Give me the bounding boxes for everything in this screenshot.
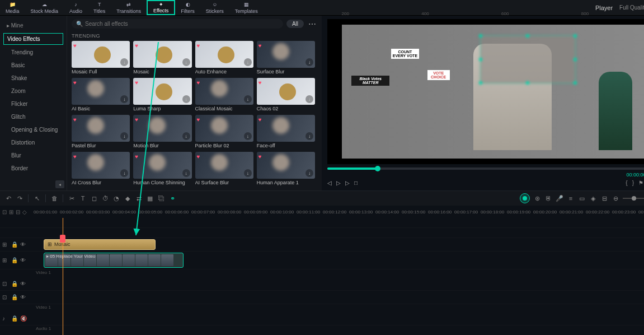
download-icon[interactable]: ↓ (182, 169, 190, 177)
shield-icon[interactable]: ⛨ (544, 194, 552, 202)
track-type-icon[interactable]: ⊡ (2, 294, 9, 300)
redo-button[interactable]: ↷ (16, 194, 23, 202)
download-icon[interactable]: ↓ (244, 132, 252, 140)
keyframe-tool[interactable]: ◆ (124, 194, 131, 202)
heart-icon[interactable]: ♥ (197, 80, 204, 86)
mixer-icon[interactable]: ≡ (567, 194, 575, 202)
effect-card-ai-cross-blur[interactable]: ♥↓AI Cross Blur (72, 152, 130, 185)
track-lock-icon[interactable]: 🔒 (11, 281, 18, 287)
crop-tool[interactable]: ◻ (90, 194, 98, 202)
effect-thumb[interactable]: ♥↓ (195, 115, 253, 142)
track-eye-icon[interactable]: 👁 (20, 294, 27, 300)
sidebar-item-flicker[interactable]: Flicker (0, 97, 67, 110)
heart-icon[interactable]: ♥ (197, 153, 204, 160)
zoom-out-button[interactable]: ⊖ (612, 194, 619, 202)
effect-thumb[interactable]: ♥↓ (72, 41, 130, 68)
download-icon[interactable]: ↓ (244, 95, 252, 103)
sidebar-mine[interactable]: ▸ Mine (0, 19, 67, 32)
speed-tool[interactable]: ⏱ (101, 194, 109, 202)
undo-button[interactable]: ↶ (4, 194, 12, 202)
download-icon[interactable]: ↓ (120, 58, 128, 66)
render-button[interactable]: ⊛ (533, 194, 541, 202)
top-tab-audio[interactable]: ♪Audio (64, 0, 88, 15)
effect-card-auto-enhance[interactable]: ♥↓Auto Enhance (195, 41, 253, 75)
download-icon[interactable]: ↓ (120, 169, 128, 177)
link-tool[interactable]: ⚭ (168, 194, 176, 202)
heart-icon[interactable]: ♥ (258, 80, 265, 86)
heart-icon[interactable]: ♥ (135, 117, 142, 123)
bracket-open-icon[interactable]: { (626, 180, 627, 186)
track-lock-icon[interactable]: 🔒 (11, 294, 18, 300)
track-eye-icon[interactable]: 👁 (20, 241, 27, 248)
track-lock-icon[interactable]: 🔒 (11, 315, 18, 322)
sidebar-video-effects[interactable]: Video Effects (3, 33, 63, 45)
top-tab-templates[interactable]: ▦Templates (229, 0, 264, 15)
preview-viewport[interactable]: 2004006008001000 COUNT EVERY VOTE Black … (327, 19, 644, 164)
video-clip[interactable]: ▸ 05 Replace Your Video (44, 253, 184, 268)
track-vis-icon[interactable]: ⊞ (9, 209, 13, 215)
effect-card-surface-blur[interactable]: ♥↓Surface Blur (257, 41, 315, 75)
screen-icon[interactable]: ▭ (578, 194, 586, 202)
top-tab-effects[interactable]: ✦Effects (147, 0, 175, 15)
heart-icon[interactable]: ♥ (135, 153, 142, 160)
effect-card-particle-blur-02[interactable]: ♥↓Particle Blur 02 (195, 115, 253, 148)
timeline-ruler[interactable]: ⊡ ⊞ ⊟ ◇ 00:00:01:0000:00:02:0000:00:03:0… (0, 206, 644, 218)
audio-track-icon[interactable]: ♪ (2, 315, 9, 322)
mic-icon[interactable]: 🎤 (556, 194, 563, 202)
download-icon[interactable]: ↓ (305, 169, 313, 177)
effect-card-human-apparate-1[interactable]: ♥↓Human Apparate 1 (257, 152, 315, 185)
player-progress[interactable] (327, 168, 644, 170)
mosaic-selection-box[interactable] (480, 35, 576, 83)
effect-thumb[interactable]: ♥↓ (257, 78, 315, 105)
effect-card-ai-basic[interactable]: ♥↓AI Basic (72, 78, 130, 111)
effect-card-mosaic-full[interactable]: ♥↓Mosaic Full (72, 41, 130, 75)
mask-tool[interactable]: ▦ (146, 194, 154, 202)
top-tab-stickers[interactable]: ☺Stickers (200, 0, 229, 15)
top-tab-stock-media[interactable]: ☁Stock Media (25, 0, 64, 15)
effect-card-face-off[interactable]: ♥↓Face-off (257, 115, 315, 148)
heart-icon[interactable]: ♥ (73, 80, 80, 86)
heart-icon[interactable]: ♥ (73, 117, 80, 123)
track-mute-icon[interactable]: ⊟ (16, 209, 20, 215)
effect-card-human-clone-shinning[interactable]: ♥↓Human Clone Shinning (133, 152, 191, 185)
play-button[interactable]: ▷ (336, 180, 341, 186)
effect-thumb[interactable]: ♥↓ (133, 115, 191, 142)
marker-add-icon[interactable]: ◈ (589, 194, 597, 202)
snap-icon[interactable]: ⊟ (600, 194, 608, 202)
track-mute-icon[interactable]: 🔇 (20, 315, 27, 322)
effect-card-mosaic[interactable]: ♥↓Mosaic (133, 41, 191, 75)
track-eye-icon[interactable]: 👁 (20, 281, 27, 287)
effect-thumb[interactable]: ♥↓ (257, 41, 315, 68)
heart-icon[interactable]: ♥ (73, 43, 80, 49)
next-button[interactable]: ▷ (345, 180, 350, 186)
top-tab-media[interactable]: 📁Media (0, 0, 25, 15)
heart-icon[interactable]: ♥ (135, 80, 142, 86)
effect-card-motion-blur[interactable]: ♥↓Motion Blur (133, 115, 191, 148)
marker-icon[interactable]: ⚑ (638, 180, 643, 186)
top-tab-transitions[interactable]: ⇄Transitions (111, 0, 147, 15)
marker-line-icon[interactable]: ◇ (22, 209, 27, 215)
sidebar-item-glitch[interactable]: Glitch (0, 110, 67, 123)
download-icon[interactable]: ↓ (305, 95, 313, 103)
heart-icon[interactable]: ♥ (197, 43, 204, 49)
top-tab-filters[interactable]: ◐Filters (175, 0, 200, 15)
effect-card-ai-surface-blur[interactable]: ♥↓AI Surface Blur (195, 152, 253, 185)
download-icon[interactable]: ↓ (120, 132, 128, 140)
sidebar-item-opening-closing[interactable]: Opening & Closing (0, 123, 67, 136)
delete-button[interactable]: 🗑 (50, 194, 58, 202)
download-icon[interactable]: ↓ (244, 169, 252, 177)
filter-all-button[interactable]: All (286, 20, 304, 28)
adjust-tool[interactable]: ⇄ (135, 194, 143, 202)
search-input[interactable]: 🔍 Search all effects (72, 19, 283, 29)
track-type-icon[interactable]: ⊡ (2, 281, 9, 287)
effect-thumb[interactable]: ♥↓ (133, 152, 191, 179)
effect-thumb[interactable]: ♥↓ (133, 78, 191, 105)
split-button[interactable]: ✂ (68, 194, 76, 202)
heart-icon[interactable]: ♥ (135, 43, 142, 49)
stop-button[interactable]: □ (354, 180, 358, 186)
download-icon[interactable]: ↓ (244, 58, 252, 66)
top-tab-titles[interactable]: TTitles (88, 0, 111, 15)
track-type-icon[interactable]: ⊞ (2, 241, 9, 248)
download-icon[interactable]: ↓ (182, 132, 190, 140)
effect-thumb[interactable]: ♥↓ (195, 152, 253, 179)
